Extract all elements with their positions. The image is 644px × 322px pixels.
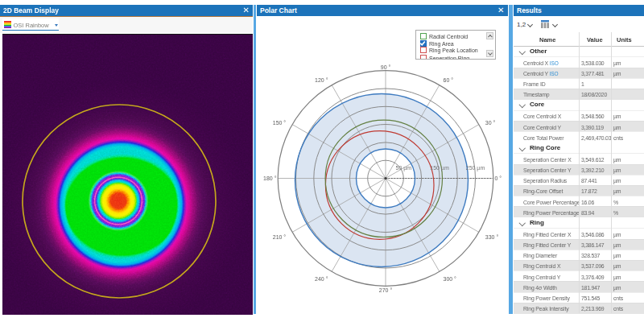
svg-text:150 µm: 150 µm: [430, 165, 449, 171]
svg-text:150 °: 150 °: [273, 120, 287, 126]
svg-text:250 µm: 250 µm: [466, 165, 485, 171]
svg-text:60 °: 60 °: [444, 77, 454, 83]
svg-text:330 °: 330 °: [485, 234, 499, 240]
svg-text:0 °: 0 °: [495, 175, 502, 181]
svg-text:210 °: 210 °: [273, 234, 287, 240]
svg-text:30 °: 30 °: [485, 120, 496, 126]
svg-text:270 °: 270 °: [379, 287, 393, 293]
svg-text:240 °: 240 °: [315, 276, 328, 282]
svg-text:90 °: 90 °: [381, 64, 391, 70]
svg-text:180 °: 180 °: [263, 175, 277, 181]
svg-text:50 µm: 50 µm: [395, 165, 411, 171]
svg-text:120 °: 120 °: [315, 77, 328, 83]
svg-text:300 °: 300 °: [444, 276, 457, 282]
